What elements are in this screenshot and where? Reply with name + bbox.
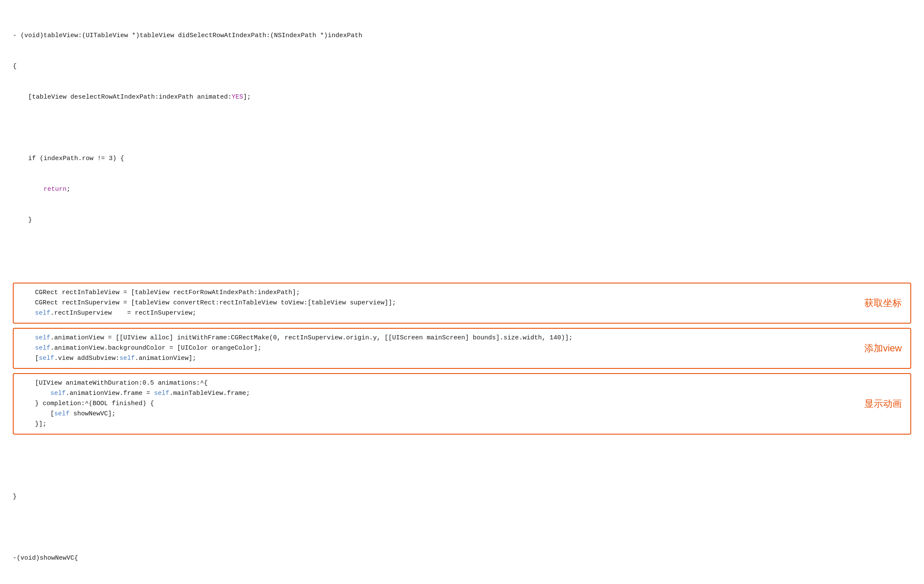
label-get-coords: 获取坐标	[864, 295, 902, 310]
section3-line2: self.animationView.frame = self.mainTabl…	[20, 388, 904, 399]
section-show-animation: [UIView animateWithDuration:0.5 animatio…	[13, 373, 911, 435]
section-add-view: self.animationView = [[UIView alloc] ini…	[13, 328, 911, 369]
section1-line1: CGRect rectInTableView = [tableView rect…	[20, 288, 904, 298]
line-if: if (indexPath.row != 3) {	[13, 154, 911, 164]
line-shownewvc-decl: -(void)showNewVC{	[13, 553, 911, 564]
section2-line3: [self.view addSubview:self.animationView…	[20, 353, 904, 364]
line-close-if: }	[13, 215, 911, 225]
method-signature: - (void)tableView:(UITableView *)tableVi…	[13, 9, 911, 278]
section2-line1: self.animationView = [[UIView alloc] ini…	[20, 333, 904, 343]
code-container: - (void)tableView:(UITableView *)tableVi…	[13, 9, 911, 584]
section2-line2: self.animationView.backgroundColor = [UI…	[20, 343, 904, 353]
line-open-brace: {	[13, 61, 911, 72]
line-method-decl: - (void)tableView:(UITableView *)tableVi…	[13, 31, 911, 41]
section-get-coords: CGRect rectInTableView = [tableView rect…	[13, 283, 911, 324]
line-blank2	[13, 246, 911, 256]
line-blank3	[13, 461, 911, 471]
section1-line3: self.rectInSuperview = rectInSuperview;	[20, 308, 904, 318]
section1-line2: CGRect rectInSuperview = [tableView conv…	[20, 298, 904, 308]
line-return: return;	[13, 184, 911, 195]
method-close: } -(void)showNewVC{ SecondVC *vc = [[Sec…	[13, 439, 911, 584]
label-add-view: 添加view	[864, 341, 902, 356]
line-deselect: [tableView deselectRowAtIndexPath:indexP…	[13, 92, 911, 102]
line-blank1	[13, 123, 911, 133]
line-blank4	[13, 523, 911, 533]
section3-line3: } completion:^(BOOL finished) {	[20, 399, 904, 409]
label-show-animation: 显示动画	[864, 396, 902, 411]
line-close-method: }	[13, 492, 911, 502]
section3-line4: [self showNewVC];	[20, 409, 904, 419]
section3-line1: [UIView animateWithDuration:0.5 animatio…	[20, 378, 904, 388]
section3-line5: }];	[20, 419, 904, 429]
